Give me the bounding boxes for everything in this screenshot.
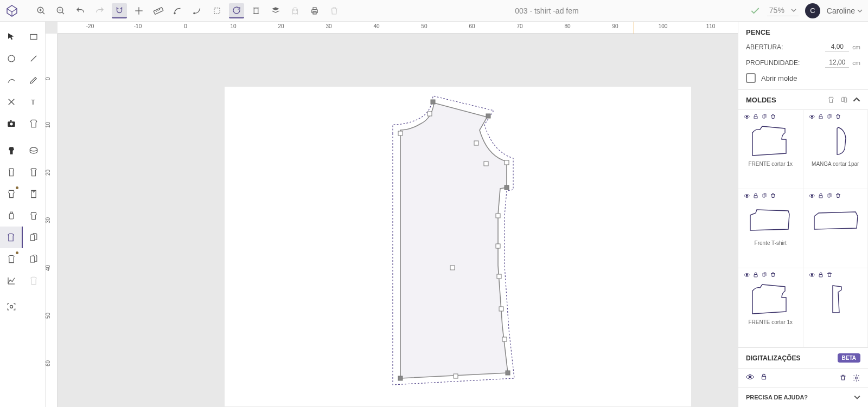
undo-icon[interactable] (73, 3, 88, 18)
lock-icon[interactable] (818, 272, 824, 279)
ruler-icon[interactable] (151, 3, 166, 18)
spool-icon[interactable] (248, 3, 264, 18)
pencil-tool[interactable] (23, 69, 46, 91)
moldes-view1-icon[interactable] (827, 95, 835, 104)
molde-card[interactable]: 👁 FRENTE cortar 1x (738, 110, 803, 189)
ghost-icon[interactable] (288, 3, 303, 18)
eye-icon[interactable]: 👁 (809, 113, 815, 121)
text-tool[interactable]: T (23, 91, 46, 113)
help-label: PRECISA DE AJUDA? (746, 394, 808, 400)
svg-rect-25 (313, 8, 316, 10)
rect-tool[interactable] (23, 26, 46, 48)
layers-icon[interactable] (268, 3, 283, 18)
eye-icon[interactable]: 👁 (744, 192, 750, 200)
trash-icon[interactable] (839, 374, 847, 382)
lock-icon[interactable] (752, 192, 759, 200)
curve2-icon[interactable] (190, 3, 205, 18)
canvas[interactable]: -20 -10 0 10 20 30 40 50 60 70 80 90 100… (46, 22, 738, 407)
redo-icon[interactable] (92, 3, 107, 18)
molde-card[interactable]: 👁 MANGA cortar 1par (803, 110, 869, 189)
pattern-var-tool[interactable] (0, 248, 23, 270)
pattern-shape[interactable] (400, 92, 525, 396)
select-area-icon[interactable] (209, 3, 225, 18)
vest2-tool[interactable] (23, 161, 46, 183)
help-bar[interactable]: PRECISA DE AJUDA? (738, 387, 868, 407)
eye-icon[interactable]: 👁 (809, 272, 815, 279)
zoom-select[interactable]: 75% (767, 5, 799, 16)
zoom-in-icon[interactable] (34, 3, 49, 18)
lock-icon[interactable] (752, 272, 759, 279)
eye-icon[interactable]: 👁 (744, 113, 750, 121)
shirt-ghost-tool[interactable] (23, 270, 46, 292)
curve1-icon[interactable] (170, 3, 186, 18)
check-icon[interactable] (750, 5, 761, 16)
graph-tool[interactable] (0, 270, 23, 292)
close-x-tool[interactable] (0, 91, 23, 113)
pattern-alt-tool[interactable] (23, 248, 46, 270)
top-right-controls: 75% C Caroline (750, 3, 863, 18)
unit-label: cm (852, 60, 860, 66)
print-icon[interactable] (307, 3, 322, 18)
trash-icon[interactable] (770, 192, 776, 200)
select-tool[interactable] (0, 26, 23, 48)
molde-card[interactable]: 👁 (803, 189, 869, 268)
circle-tool[interactable] (0, 48, 23, 69)
jar-tool[interactable] (0, 205, 23, 227)
capture-tool[interactable] (0, 296, 23, 318)
tape-tool[interactable] (23, 140, 46, 161)
vest5-tool[interactable] (23, 205, 46, 227)
molde-card[interactable]: 👁 FRENTE cortar 1x (738, 268, 803, 347)
body-tool[interactable] (0, 140, 23, 161)
zoom-out-icon[interactable] (53, 3, 68, 18)
magnet-icon[interactable] (112, 3, 127, 18)
molde-card[interactable]: 👁 Frente T-shirt (738, 189, 803, 268)
trash-icon[interactable] (835, 113, 841, 121)
lock-icon[interactable] (760, 373, 768, 383)
eye-icon[interactable]: 👁 (744, 272, 750, 279)
svg-rect-57 (398, 376, 403, 380)
crosshair-icon[interactable] (131, 3, 146, 18)
refresh-icon[interactable] (229, 3, 244, 18)
shirt-outline-tool[interactable] (23, 113, 46, 134)
vertical-ruler: 0 10 20 30 40 50 60 70 (46, 34, 58, 407)
user-menu[interactable]: Caroline (827, 7, 863, 15)
svg-rect-43 (431, 100, 435, 104)
molde-caption: MANGA cortar 1par (812, 161, 859, 167)
digitalizacoes-header[interactable]: DIGITALIZAÇÕES BETA (738, 347, 868, 369)
lock-icon[interactable] (818, 192, 824, 200)
vest3-tool[interactable] (0, 183, 23, 205)
camera-tool[interactable] (0, 113, 23, 134)
molde-caption: FRENTE cortar 1x (748, 161, 793, 167)
abertura-label: ABERTURA: (746, 43, 783, 51)
molde-card[interactable]: 👁 (803, 268, 869, 347)
abrir-molde-checkbox[interactable] (746, 73, 756, 83)
ruler-tick: 100 (659, 23, 668, 29)
copy-icon[interactable] (761, 272, 768, 279)
eye-icon[interactable]: 👁 (746, 373, 755, 383)
trash-icon[interactable] (835, 192, 841, 200)
trash-icon[interactable] (770, 272, 776, 279)
pattern-active-tool[interactable] (0, 227, 23, 248)
trash-icon[interactable] (770, 113, 776, 121)
vest4-tool[interactable] (23, 183, 46, 205)
pattern-dup-tool[interactable] (23, 227, 45, 248)
trash-icon[interactable] (826, 272, 833, 279)
app-logo-icon (5, 4, 18, 17)
line-tool[interactable] (23, 48, 46, 69)
copy-icon[interactable] (761, 113, 768, 121)
collapse-icon[interactable] (853, 96, 860, 104)
moldes-view2-icon[interactable] (840, 95, 848, 104)
lock-icon[interactable] (818, 113, 824, 121)
eye-icon[interactable]: 👁 (809, 192, 815, 200)
curve-tool[interactable] (0, 69, 23, 91)
abertura-input[interactable]: 4,00 (825, 42, 849, 52)
profundidade-input[interactable]: 12,00 (825, 57, 849, 68)
vest1-tool[interactable] (0, 161, 23, 183)
gear-icon[interactable] (852, 374, 860, 382)
trash-icon[interactable] (327, 3, 342, 18)
copy-icon[interactable] (826, 113, 833, 121)
copy-icon[interactable] (826, 192, 833, 200)
lock-icon[interactable] (752, 113, 759, 121)
copy-icon[interactable] (761, 192, 768, 200)
user-avatar[interactable]: C (805, 3, 820, 18)
